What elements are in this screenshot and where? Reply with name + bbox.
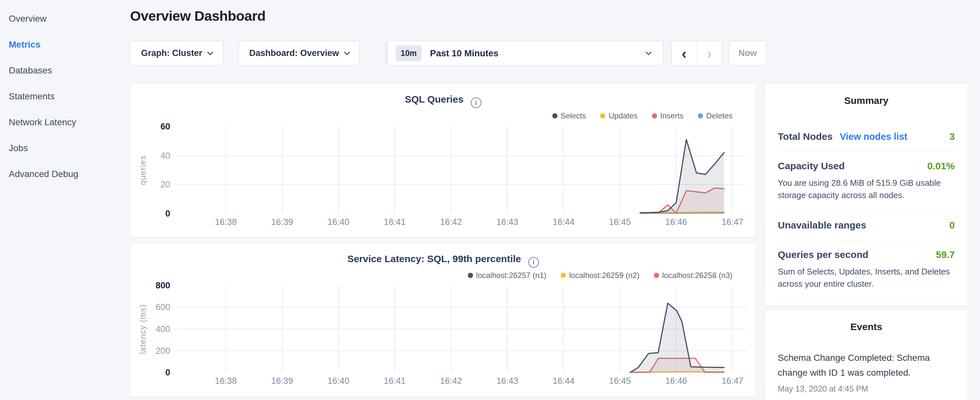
- x-tick-label: 16:43: [488, 217, 527, 227]
- legend-item[interactable]: Selects: [552, 112, 586, 120]
- summary-row-label: Unavailable ranges: [778, 220, 866, 231]
- events-title: Events: [778, 321, 955, 332]
- chart-legend: localhost:26257 (n1) localhost:26259 (n2…: [468, 271, 732, 280]
- y-axis-title: queries: [137, 126, 148, 214]
- legend-dot: [652, 113, 657, 118]
- sidebar-item-advanced-debug[interactable]: Advanced Debug: [9, 161, 116, 187]
- legend-item[interactable]: Inserts: [652, 112, 684, 120]
- summary-row-label: Total Nodes: [778, 131, 832, 142]
- x-tick-label: 16:44: [544, 217, 583, 227]
- x-tick-label: 16:47: [713, 376, 752, 386]
- legend-item[interactable]: Updates: [600, 112, 637, 120]
- x-tick-label: 16:42: [431, 217, 471, 227]
- x-tick-label: 16:45: [600, 376, 639, 386]
- service-latency-chart-card: Service Latency: SQL, 99th percentile i …: [130, 243, 756, 397]
- time-range-badge: 10m: [396, 45, 422, 61]
- chart-title: Service Latency: SQL, 99th percentile: [347, 253, 521, 264]
- legend-item[interactable]: Deletes: [698, 112, 732, 120]
- dashboard-dropdown[interactable]: Dashboard: Overview: [239, 41, 360, 66]
- x-tick-label: 16:46: [657, 376, 695, 386]
- x-tick-label: 16:41: [375, 217, 414, 227]
- view-nodes-list-link[interactable]: View nodes list: [840, 131, 907, 142]
- x-tick-label: 16:38: [207, 376, 245, 386]
- time-next-button[interactable]: ›: [697, 41, 722, 65]
- legend-dot: [654, 273, 659, 278]
- summary-row-value: 0: [949, 220, 955, 231]
- sidebar: Overview Metrics Databases Statements Ne…: [9, 6, 116, 187]
- now-button[interactable]: Now: [729, 41, 767, 66]
- time-prev-button[interactable]: ‹: [672, 41, 697, 65]
- summary-row-label: Capacity Used: [778, 161, 845, 172]
- summary-row-total-nodes: Total Nodes View nodes list 3: [778, 122, 955, 152]
- legend-label: Deletes: [706, 112, 732, 120]
- sidebar-item-jobs[interactable]: Jobs: [9, 135, 116, 161]
- legend-label: localhost:26258 (n3): [662, 271, 732, 280]
- sql-queries-chart-card: SQL Queries i Selects Updates Inserts De…: [130, 83, 756, 237]
- time-step-buttons: ‹ ›: [671, 41, 722, 66]
- x-tick-label: 16:46: [657, 217, 695, 227]
- summary-row-unavailable-ranges: Unavailable ranges 0: [778, 211, 955, 241]
- summary-row-value: 59.7: [936, 249, 955, 260]
- chart-canvas[interactable]: [177, 123, 746, 220]
- chart-canvas[interactable]: [177, 282, 746, 379]
- legend-dot: [698, 113, 703, 118]
- legend-dot: [552, 113, 557, 118]
- graph-scope-dropdown[interactable]: Graph: Cluster: [130, 41, 223, 66]
- time-range-dropdown[interactable]: 10m Past 10 Minutes: [388, 41, 663, 66]
- legend-dot: [468, 273, 473, 278]
- x-tick-label: 16:42: [431, 376, 471, 386]
- x-tick-label: 16:45: [600, 217, 639, 227]
- x-tick-label: 16:40: [319, 376, 358, 386]
- chevron-down-icon: [646, 49, 651, 55]
- sidebar-item-statements[interactable]: Statements: [9, 83, 116, 109]
- summary-row-value: 0.01%: [927, 161, 955, 172]
- x-tick-label: 16:39: [263, 217, 302, 227]
- summary-row-description: Sum of Selects, Updates, Inserts, and De…: [778, 265, 955, 290]
- legend-label: Updates: [609, 112, 637, 120]
- sidebar-item-overview[interactable]: Overview: [9, 6, 116, 32]
- sql-queries-plot: 16:3816:3916:4016:4116:4216:4316:4416:45…: [177, 123, 746, 220]
- legend-dot: [600, 113, 605, 118]
- chevron-down-icon: [207, 49, 213, 55]
- info-icon[interactable]: i: [471, 97, 481, 108]
- legend-label: Selects: [561, 112, 586, 120]
- sidebar-item-metrics[interactable]: Metrics: [9, 32, 116, 57]
- legend-label: Inserts: [660, 112, 684, 120]
- service-latency-plot: 16:3816:3916:4016:4116:4216:4316:4416:45…: [177, 282, 746, 379]
- legend-item[interactable]: localhost:26257 (n1): [468, 271, 546, 280]
- summary-row-queries-per-second: Queries per second 59.7 Sum of Selects, …: [778, 241, 955, 300]
- x-tick-label: 16:38: [207, 217, 245, 227]
- events-panel: Events Schema Change Completed: Schema c…: [765, 309, 968, 400]
- x-tick-label: 16:41: [375, 376, 414, 386]
- chevron-down-icon: [344, 49, 350, 55]
- x-tick-label: 16:43: [488, 376, 527, 386]
- summary-row-capacity-used: Capacity Used 0.01% You are using 28.6 M…: [778, 152, 955, 211]
- sidebar-item-network-latency[interactable]: Network Latency: [9, 109, 116, 135]
- x-tick-label: 16:44: [544, 376, 583, 386]
- info-icon[interactable]: i: [528, 257, 539, 268]
- summary-title: Summary: [778, 95, 955, 106]
- time-range-label: Past 10 Minutes: [430, 48, 499, 59]
- legend-item[interactable]: localhost:26258 (n3): [654, 271, 732, 280]
- chart-title: SQL Queries: [405, 94, 463, 105]
- dashboard-dropdown-label: Dashboard: Overview: [249, 48, 339, 58]
- x-tick-label: 16:47: [713, 217, 752, 227]
- summary-row-value: 3: [949, 131, 955, 142]
- summary-panel: Summary Total Nodes View nodes list 3 Ca…: [765, 83, 968, 306]
- series-area: [630, 303, 724, 373]
- event-item-text[interactable]: Schema Change Completed: Schema change w…: [778, 351, 933, 380]
- legend-item[interactable]: localhost:26259 (n2): [561, 271, 639, 280]
- page: Overview Metrics Databases Statements Ne…: [0, 0, 980, 400]
- x-tick-label: 16:40: [319, 217, 358, 227]
- summary-row-description: You are using 28.6 MiB of 515.9 GiB usab…: [778, 177, 955, 201]
- sidebar-item-databases[interactable]: Databases: [9, 57, 116, 83]
- y-axis-title: latency (ms): [137, 285, 148, 373]
- event-item-timestamp: May 13, 2020 at 4:45 PM: [778, 384, 955, 394]
- x-tick-label: 16:39: [263, 376, 302, 386]
- page-title: Overview Dashboard: [130, 8, 266, 24]
- chart-legend: Selects Updates Inserts Deletes: [552, 112, 733, 120]
- graph-scope-dropdown-label: Graph: Cluster: [141, 48, 202, 58]
- legend-dot: [561, 273, 566, 278]
- series-area: [640, 139, 724, 214]
- toolbar-divider: [386, 41, 386, 65]
